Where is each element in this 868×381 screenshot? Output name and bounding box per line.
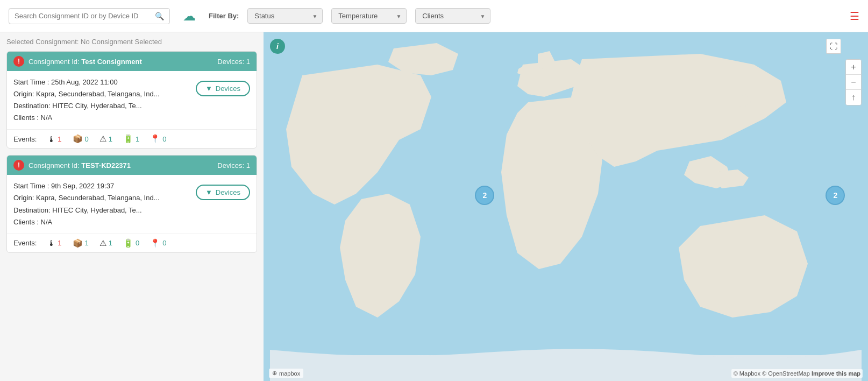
event-battery-1: 🔋 1 — [123, 134, 139, 144]
search-icon: 🔍 — [155, 12, 164, 20]
event-count-box-2: 1 — [85, 239, 89, 247]
map-container[interactable]: 2 2 i ⛶ + − ↑ ⊕mapbox © Mapbox © OpenStr… — [264, 32, 868, 381]
clients-2: Clients : N/A — [13, 216, 250, 228]
card-body-1: ▼ Devices Start Time : 25th Aug, 2022 11… — [7, 71, 257, 129]
thermometer-icon-2: 🌡 — [47, 238, 55, 248]
clients-filter-wrapper: Clients — [415, 8, 490, 24]
temperature-filter[interactable]: Temperature — [331, 8, 407, 24]
card-header-left-1: ! Consignment Id: Test Consignment — [13, 56, 142, 67]
map-attribution: © Mapbox © OpenStreetMap Improve this ma… — [731, 369, 863, 378]
main-content: Selected Consignment: No Consignment Sel… — [0, 32, 868, 381]
event-count-warn-2: 1 — [109, 239, 112, 247]
warning-icon-2: ⚠ — [99, 238, 106, 248]
events-label-1: Events: — [13, 135, 37, 143]
search-container: 🔍 — [9, 8, 170, 24]
card-title-2: Consignment Id: TEST-KD22371 — [29, 161, 131, 170]
chevron-down-icon-2: ▼ — [205, 188, 212, 196]
devices-button-1[interactable]: ▼ Devices — [196, 81, 250, 96]
event-count-loc-1: 0 — [162, 135, 166, 143]
box-icon-2: 📦 — [73, 238, 83, 248]
search-input[interactable] — [15, 12, 151, 20]
clients-filter[interactable]: Clients — [415, 8, 490, 24]
consignment-card-2: ! Consignment Id: TEST-KD22371 Devices: … — [6, 155, 257, 252]
event-thermometer-1: 🌡 1 — [47, 135, 61, 144]
event-location-2: 📍 0 — [150, 238, 166, 248]
mapbox-logo: ⊕mapbox — [269, 369, 303, 378]
menu-icon[interactable]: ☰ — [850, 10, 859, 23]
topbar: 🔍 ☁ Filter By: Status Temperature Client… — [0, 0, 868, 32]
consignment-id-value-2: TEST-KD22371 — [81, 161, 131, 170]
event-count-box-1: 0 — [85, 135, 89, 143]
events-label-2: Events: — [13, 239, 37, 247]
selected-value: No Consignment Selected — [81, 38, 162, 46]
warning-icon-1: ⚠ — [99, 134, 106, 144]
devices-button-2[interactable]: ▼ Devices — [196, 185, 250, 200]
consignment-id-label-1: Consignment Id: — [29, 58, 80, 66]
status-filter-wrapper: Status — [247, 8, 323, 24]
left-panel: Selected Consignment: No Consignment Sel… — [0, 32, 264, 381]
chevron-down-icon-1: ▼ — [205, 84, 212, 93]
zoom-out-button[interactable]: − — [846, 75, 861, 90]
events-row-2: Events: 🌡 1 📦 1 ⚠ 1 🔋 0 📍 — [7, 234, 257, 252]
map-fullscreen-button[interactable]: ⛶ — [826, 39, 841, 54]
event-count-loc-2: 0 — [162, 239, 166, 247]
map-info-button[interactable]: i — [270, 39, 285, 54]
event-box-2: 📦 1 — [73, 238, 89, 248]
map-controls: + − ↑ — [845, 59, 862, 105]
selected-consignment: Selected Consignment: No Consignment Sel… — [6, 38, 257, 46]
location-icon-2: 📍 — [150, 238, 160, 248]
event-count-batt-1: 1 — [136, 135, 139, 143]
north-button[interactable]: ↑ — [846, 90, 861, 105]
card-header-2: ! Consignment Id: TEST-KD22371 Devices: … — [7, 156, 257, 175]
event-warning-2: ⚠ 1 — [99, 238, 112, 248]
temperature-filter-wrapper: Temperature — [331, 8, 407, 24]
event-thermometer-2: 🌡 1 — [47, 238, 61, 248]
consignment-card-1: ! Consignment Id: Test Consignment Devic… — [6, 51, 257, 149]
map-background: 2 2 i ⛶ + − ↑ ⊕mapbox © Mapbox © OpenStr… — [264, 32, 868, 381]
selected-label: Selected Consignment: — [6, 38, 79, 46]
card-body-2: ▼ Devices Start Time : 9th Sep, 2022 19:… — [7, 175, 257, 233]
filter-label: Filter By: — [209, 12, 239, 20]
alert-icon-1: ! — [13, 56, 24, 67]
devices-count-1: Devices: 1 — [217, 58, 250, 66]
event-count-batt-2: 0 — [136, 239, 139, 247]
events-row-1: Events: 🌡 1 📦 0 ⚠ 1 🔋 1 📍 — [7, 129, 257, 148]
event-warning-1: ⚠ 1 — [99, 134, 112, 144]
clients-1: Clients : N/A — [13, 112, 250, 124]
destination-2: Destination: HITEC City, Hyderabad, Te..… — [13, 204, 250, 216]
zoom-in-button[interactable]: + — [846, 60, 861, 75]
world-map-svg — [264, 32, 868, 381]
upload-icon[interactable]: ☁ — [183, 9, 196, 24]
thermometer-icon-1: 🌡 — [47, 135, 55, 144]
card-header-left-2: ! Consignment Id: TEST-KD22371 — [13, 160, 131, 171]
devices-count-2: Devices: 1 — [217, 161, 250, 170]
devices-btn-label-2: Devices — [216, 188, 240, 196]
event-location-1: 📍 0 — [150, 134, 166, 144]
card-title-1: Consignment Id: Test Consignment — [29, 58, 142, 66]
event-count-therm-1: 1 — [58, 135, 61, 143]
card-header-1: ! Consignment Id: Test Consignment Devic… — [7, 52, 257, 71]
event-battery-2: 🔋 0 — [123, 238, 139, 248]
event-box-1: 📦 0 — [73, 134, 89, 144]
destination-1: Destination: HITEC City, Hyderabad, Te..… — [13, 100, 250, 112]
devices-btn-label-1: Devices — [216, 84, 240, 93]
event-count-warn-1: 1 — [109, 135, 112, 143]
battery-icon-2: 🔋 — [123, 238, 133, 248]
consignment-id-label-2: Consignment Id: — [29, 161, 80, 170]
event-count-therm-2: 1 — [58, 239, 61, 247]
battery-icon-1: 🔋 — [123, 134, 133, 144]
alert-icon-2: ! — [13, 160, 24, 171]
location-icon-1: 📍 — [150, 134, 160, 144]
box-icon-1: 📦 — [73, 134, 83, 144]
consignment-id-value-1: Test Consignment — [81, 58, 141, 66]
status-filter[interactable]: Status — [247, 8, 323, 24]
